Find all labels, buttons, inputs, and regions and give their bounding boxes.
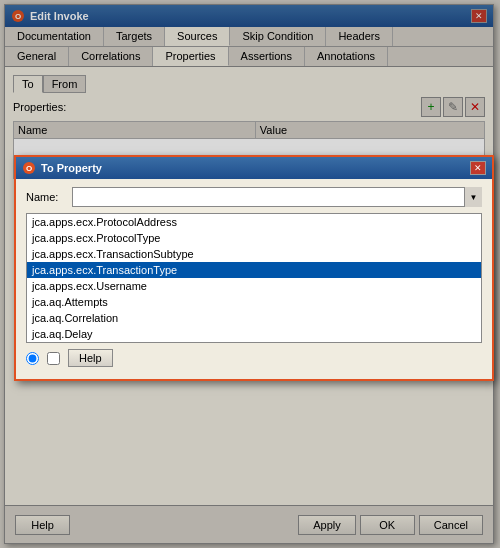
dialog-title: To Property <box>41 162 102 174</box>
dropdown-item[interactable]: jca.apps.ecx.ProtocolType <box>27 230 481 246</box>
to-property-dialog: O To Property ✕ Name: ▼ jca.apps.ecx.Pro… <box>14 155 494 381</box>
radio-option-1[interactable] <box>26 352 39 365</box>
radio-row: Help <box>26 349 482 367</box>
dropdown-item[interactable]: jca.aq.Delay <box>27 326 481 342</box>
name-input[interactable] <box>72 187 482 207</box>
dialog-content: Name: ▼ jca.apps.ecx.ProtocolAddressjca.… <box>16 179 492 379</box>
dropdown-item[interactable]: jca.apps.ecx.Username <box>27 278 481 294</box>
radio-item-2 <box>47 352 60 365</box>
dropdown-item[interactable]: jca.aq.Attempts <box>27 294 481 310</box>
dropdown-item[interactable]: jca.aq.Correlation <box>27 310 481 326</box>
svg-text:O: O <box>26 164 32 173</box>
dialog-help-button[interactable]: Help <box>68 349 113 367</box>
dropdown-item[interactable]: jca.apps.ecx.TransactionSubtype <box>27 246 481 262</box>
name-row: Name: ▼ <box>26 187 482 207</box>
name-combo-wrapper: ▼ <box>72 187 482 207</box>
dialog-close-button[interactable]: ✕ <box>470 161 486 175</box>
dropdown-item[interactable]: jca.apps.ecx.ProtocolAddress <box>27 214 481 230</box>
dialog-title-left: O To Property <box>22 161 102 175</box>
dropdown-item[interactable]: jca.apps.ecx.TransactionType <box>27 262 481 278</box>
radio-item-1 <box>26 352 39 365</box>
dropdown-list[interactable]: jca.apps.ecx.ProtocolAddressjca.apps.ecx… <box>26 213 482 343</box>
combo-dropdown-arrow[interactable]: ▼ <box>464 187 482 207</box>
checkbox-option[interactable] <box>47 352 60 365</box>
dialog-app-icon: O <box>22 161 36 175</box>
name-label: Name: <box>26 191 66 203</box>
dialog-title-bar: O To Property ✕ <box>16 157 492 179</box>
